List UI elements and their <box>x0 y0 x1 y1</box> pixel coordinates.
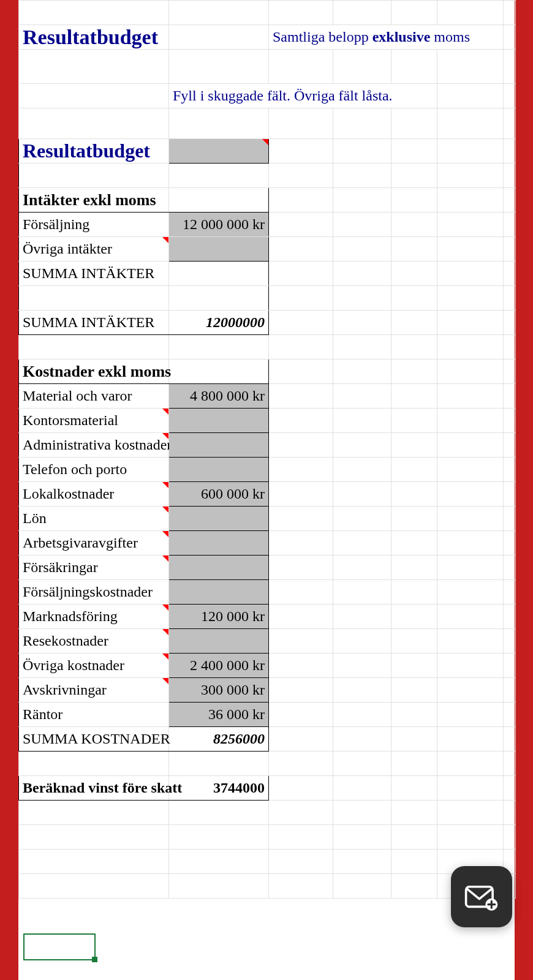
active-cell-outline[interactable] <box>23 933 96 960</box>
subtitle: Samtliga belopp exklusive moms <box>273 29 470 45</box>
comment-indicator-icon <box>162 654 168 660</box>
page-title: Resultatbudget <box>23 26 158 48</box>
row-label: Försäljning <box>23 216 89 232</box>
comment-indicator-icon <box>262 139 268 145</box>
costs-sum-value: 8256000 <box>169 727 269 752</box>
row-label: Marknadsföring <box>23 608 118 624</box>
input-cell[interactable]: 4 800 000 kr <box>169 384 269 409</box>
costs-heading: Kostnader exkl moms <box>23 363 171 380</box>
comment-indicator-icon <box>162 409 168 415</box>
input-cell[interactable] <box>169 531 269 556</box>
compose-mail-button[interactable] <box>451 866 512 927</box>
input-cell[interactable] <box>169 433 269 458</box>
comment-indicator-icon <box>162 507 168 513</box>
section-title: Resultatbudget <box>23 140 150 162</box>
input-cell[interactable]: 12 000 000 kr <box>169 213 269 237</box>
sum-value: 12000000 <box>169 311 269 335</box>
row-label: Resekostnader <box>23 633 108 649</box>
comment-indicator-icon <box>162 433 168 439</box>
input-cell[interactable]: 36 000 kr <box>169 703 269 727</box>
comment-indicator-icon <box>162 556 168 562</box>
input-cell[interactable] <box>169 409 269 433</box>
row-label: Lön <box>23 510 47 526</box>
input-cell[interactable]: 300 000 kr <box>169 678 269 703</box>
row-label: Administrativa kostnader <box>23 437 172 453</box>
input-cell[interactable]: 600 000 kr <box>169 482 269 507</box>
row-label: Lokalkostnader <box>23 486 114 502</box>
row-label: Arbetsgivaravgifter <box>23 535 138 551</box>
sum-label: SUMMA INTÄKTER <box>23 265 154 281</box>
input-cell[interactable] <box>169 507 269 531</box>
profit-value: 3744000 <box>169 776 269 801</box>
input-cell[interactable] <box>169 629 269 654</box>
comment-indicator-icon <box>162 531 168 537</box>
row-label: Material och varor <box>23 388 132 404</box>
row-label: Kontorsmaterial <box>23 412 118 428</box>
comment-indicator-icon <box>162 678 168 684</box>
input-cell[interactable] <box>169 237 269 262</box>
row-label: Försäkringar <box>23 559 98 575</box>
row-label: Övriga intäkter <box>23 241 112 257</box>
row-label: Telefon och porto <box>23 461 127 477</box>
row-label: Räntor <box>23 706 62 722</box>
input-cell[interactable] <box>169 556 269 580</box>
mail-plus-icon <box>464 883 499 911</box>
input-cell[interactable] <box>169 458 269 482</box>
fill-handle[interactable] <box>92 957 97 962</box>
profit-label: Beräknad vinst före skatt <box>23 780 182 796</box>
comment-indicator-icon <box>162 237 168 243</box>
spreadsheet-sheet: Resultatbudget Samtliga belopp exklusive… <box>18 0 515 980</box>
input-cell[interactable] <box>169 580 269 605</box>
row-label: Övriga kostnader <box>23 657 124 673</box>
comment-indicator-icon <box>162 482 168 488</box>
costs-sum-label: SUMMA KOSTNADER <box>23 731 170 747</box>
input-cell[interactable]: 120 000 kr <box>169 605 269 629</box>
row-label: Avskrivningar <box>23 682 107 698</box>
input-cell[interactable]: 2 400 000 kr <box>169 654 269 678</box>
budget-table: Resultatbudget Samtliga belopp exklusive… <box>18 0 516 899</box>
sum-label-2: SUMMA INTÄKTER <box>23 314 154 330</box>
comment-indicator-icon <box>162 605 168 611</box>
input-cell[interactable] <box>169 139 269 164</box>
comment-indicator-icon <box>162 629 168 635</box>
income-heading: Intäkter exkl moms <box>23 191 156 209</box>
instruction-text: Fyll i skuggade fält. Övriga fält låsta. <box>173 88 393 104</box>
row-label: Försäljningskostnader <box>23 584 153 600</box>
